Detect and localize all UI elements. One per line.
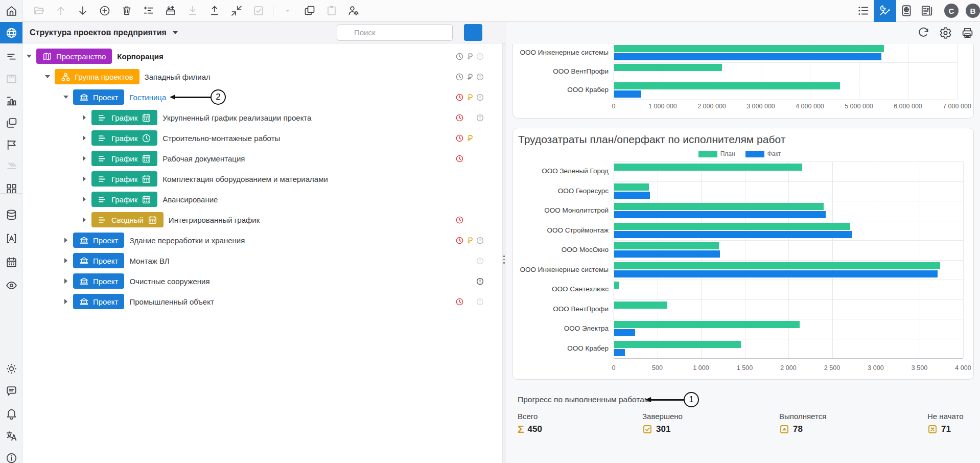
warning-status-icon — [476, 113, 484, 122]
sidebar-item-translate[interactable] — [0, 425, 22, 447]
structure-title: Структура проектов предприятия — [30, 28, 167, 37]
tree-row[interactable]: График Укрупненный график реализации про… — [22, 107, 506, 128]
sidebar-item-database[interactable] — [0, 204, 22, 225]
tree-row[interactable]: Проект Промышленный объект — [22, 291, 506, 312]
arrow-down-button[interactable] — [77, 5, 89, 17]
sidebar-item-info[interactable] — [0, 447, 22, 463]
sidebar-item-hatch[interactable] — [0, 156, 22, 177]
tree-row[interactable]: Проект Гостиница — [22, 87, 506, 107]
sidebar-item-chat[interactable] — [0, 380, 22, 402]
tree-row[interactable]: Пространство Корпорация — [22, 46, 506, 66]
bank-icon — [79, 256, 89, 266]
clock-status-icon — [455, 134, 464, 143]
filter-plus-minus-button[interactable] — [143, 5, 155, 17]
avatar-B[interactable]: B — [966, 4, 980, 18]
splitter-handle[interactable] — [503, 256, 505, 264]
caret-down-button[interactable] — [282, 5, 294, 17]
folder-open-button[interactable] — [33, 5, 45, 17]
gridline — [614, 240, 963, 241]
tree-item-name[interactable]: Интегрированный график — [169, 216, 260, 224]
sidebar-item-flag[interactable] — [0, 134, 22, 155]
trash-button[interactable] — [121, 5, 133, 17]
filter-funnel-icon[interactable] — [310, 26, 323, 39]
box-sort-button[interactable] — [165, 5, 177, 17]
tree-item-name[interactable]: Комплектация оборудованием и материалами — [162, 175, 328, 183]
caret-right-icon[interactable] — [81, 156, 87, 161]
download-line-button[interactable] — [186, 5, 199, 17]
structure-selector[interactable]: Структура проектов предприятия — [30, 28, 178, 37]
caret-down-icon[interactable] — [26, 55, 32, 58]
tree-scrollbar[interactable] — [502, 43, 506, 463]
caret-right-icon[interactable] — [81, 217, 87, 222]
category-label: ООО Крабер — [512, 86, 609, 94]
tree-row[interactable]: Проект Здание переработки и хранения — [22, 230, 506, 250]
progress-item-total: Всего Σ450 — [518, 412, 542, 434]
tree-item-name[interactable]: Корпорация — [117, 52, 163, 61]
axis-tick-label: 0 — [612, 364, 616, 372]
sidebar-item-brightness[interactable] — [0, 358, 22, 379]
caret-right-icon[interactable] — [62, 258, 69, 263]
tree-row[interactable]: Проект Монтаж ВЛ — [22, 250, 506, 271]
sidebar-item-calendar[interactable] — [0, 251, 22, 273]
caret-right-icon[interactable] — [62, 238, 69, 243]
search-box[interactable] — [337, 24, 453, 41]
sidebar-item-eye[interactable] — [0, 274, 22, 296]
caret-down-icon[interactable] — [44, 75, 51, 78]
tree-item-name[interactable]: Монтаж ВЛ — [129, 257, 169, 265]
tree-item-name[interactable]: Гостиница — [129, 93, 166, 102]
toolbar-buttons — [22, 4, 360, 17]
search-input[interactable] — [354, 28, 436, 37]
tree-row[interactable]: График Строительно-монтажные работы — [22, 128, 506, 148]
caret-right-icon[interactable] — [81, 197, 87, 202]
tree-row[interactable]: Сводный Интегрированный график — [22, 210, 506, 230]
tree-item-name[interactable]: Промышленный объект — [129, 297, 214, 306]
sidebar-item-ruler-panel[interactable] — [0, 68, 22, 89]
sidebar-item-windows[interactable] — [0, 112, 22, 133]
sidebar-item-globe[interactable] — [0, 22, 22, 43]
tree-item-name[interactable]: Рабочая документация — [162, 154, 245, 163]
sidebar-item-bell[interactable] — [0, 403, 22, 424]
analytics-button[interactable] — [874, 0, 896, 22]
tree-row[interactable]: График Рабочая документация — [22, 148, 506, 169]
passport-button[interactable] — [896, 0, 917, 22]
list-view-button[interactable] — [853, 0, 874, 22]
avatar-C[interactable]: C — [944, 4, 959, 18]
user-gear-button[interactable] — [347, 5, 360, 17]
caret-down-icon[interactable] — [62, 96, 69, 99]
sidebar-item-chart-sign[interactable] — [0, 90, 22, 111]
tree-view-button[interactable] — [464, 24, 482, 41]
table-view-button[interactable] — [485, 24, 504, 41]
tree-item-name[interactable]: Здание переработки и хранения — [129, 236, 245, 245]
arrow-up-button[interactable] — [55, 5, 67, 17]
sidebar-item-home[interactable] — [0, 0, 22, 21]
tree-item-name[interactable]: Западный филиал — [145, 73, 211, 81]
tree-item-name[interactable]: Авансирование — [162, 195, 218, 204]
refresh-button[interactable] — [917, 27, 930, 39]
caret-right-icon[interactable] — [62, 299, 69, 304]
printer-button[interactable] — [961, 27, 974, 39]
bar-plan — [614, 302, 667, 309]
tree-row[interactable]: График Авансирование — [22, 189, 506, 210]
settings-button[interactable] — [939, 27, 952, 39]
tree-row[interactable]: Группа проектов Западный филиал — [22, 66, 506, 87]
tree-item-name[interactable]: Строительно-монтажные работы — [162, 134, 280, 143]
copy-button[interactable] — [304, 5, 316, 17]
sidebar-item-text-brackets[interactable] — [0, 227, 22, 249]
report-button[interactable] — [917, 0, 937, 22]
add-circle-button[interactable] — [99, 5, 111, 17]
caret-right-icon[interactable] — [81, 115, 87, 120]
sidebar-item-grid[interactable] — [0, 178, 22, 199]
tree-item-name[interactable]: Очистные сооружения — [129, 277, 209, 286]
caret-right-icon[interactable] — [81, 135, 87, 141]
collapse-button[interactable] — [230, 5, 243, 17]
upload-line-button[interactable] — [208, 5, 221, 17]
tree-row[interactable]: Проект Очистные сооружения — [22, 271, 506, 291]
tree-item-name[interactable]: Укрупненный график реализации проекта — [162, 113, 311, 122]
caret-right-icon[interactable] — [81, 176, 87, 181]
checkbox-button[interactable] — [252, 5, 265, 17]
sidebar-item-structure-lines[interactable] — [0, 46, 22, 67]
tree-row[interactable]: График Комплектация оборудованием и мате… — [22, 169, 506, 189]
paste-button[interactable] — [325, 5, 338, 17]
axis-tick-label: 5 000 000 — [845, 103, 873, 110]
caret-right-icon[interactable] — [62, 279, 69, 284]
